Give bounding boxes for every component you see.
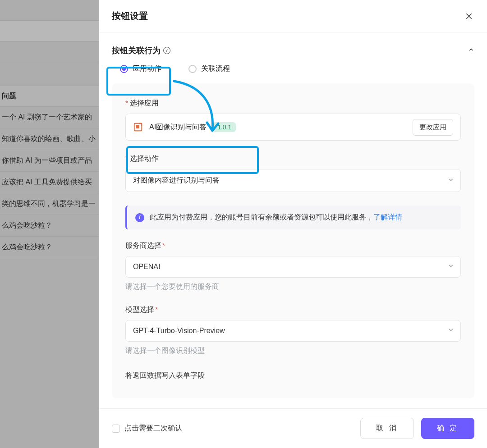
app-icon [133,122,143,132]
chevron-up-icon [468,46,474,53]
close-icon [465,12,473,20]
ok-button[interactable]: 确 定 [421,418,474,439]
next-section-label: 将返回数据写入表单字段 [125,369,461,380]
app-name: AI图像识别与问答 [149,123,207,132]
close-button[interactable] [464,11,474,22]
radio-icon [188,65,197,73]
app-field-label: *选择应用 [125,99,461,108]
model-select[interactable]: GPT-4-Turbo-Vision-Preview [125,320,461,342]
model-value: GPT-4-Turbo-Vision-Preview [133,327,225,334]
change-app-button[interactable]: 更改应用 [413,119,453,136]
provider-value: OPENAI [133,263,160,270]
model-label: 模型选择* [125,305,461,315]
paid-notice: i 此应用为付费应用，您的账号目前有余额或者资源包可以使用此服务，了解详情 [125,206,461,229]
info-icon: i [135,213,144,222]
radio-link-flow[interactable]: 关联流程 [188,64,230,73]
secondary-confirm-label: 点击需要二次确认 [124,424,182,433]
action-select-value: 对图像内容进行识别与问答 [133,176,220,184]
chevron-down-icon [448,327,454,335]
version-badge: 1.0.1 [213,122,236,132]
radio-flow-label: 关联流程 [201,64,230,73]
model-helper: 请选择一个图像识别模型 [125,346,461,356]
cancel-button[interactable]: 取 消 [360,418,413,439]
collapse-toggle[interactable] [468,46,474,55]
provider-select[interactable]: OPENAI [125,256,461,278]
config-card: *选择应用 AI图像识别与问答 1.0.1 更改应用 *选择动作 对图像 [112,83,474,398]
action-select[interactable]: 对图像内容进行识别与问答 [125,169,461,192]
selected-app-box: AI图像识别与问答 1.0.1 更改应用 [125,114,461,141]
secondary-confirm-checkbox[interactable] [112,425,120,433]
settings-panel: 按钮设置 按钮关联行为 i 应用动作 关联流程 [99,0,487,448]
chevron-down-icon [448,177,454,185]
panel-title: 按钮设置 [112,10,148,22]
radio-icon [120,65,128,73]
provider-helper: 请选择一个您要使用的服务商 [125,282,461,292]
radio-app-action[interactable]: 应用动作 [120,64,161,73]
radio-app-label: 应用动作 [133,64,161,73]
svg-rect-1 [136,125,139,128]
notice-text: 此应用为付费应用，您的账号目前有余额或者资源包可以使用此服务， [150,213,373,221]
learn-more-link[interactable]: 了解详情 [373,213,402,221]
info-icon[interactable]: i [163,47,170,54]
action-field-label: *选择动作 [125,154,461,164]
provider-label: 服务商选择* [125,241,461,251]
section-title: 按钮关联行为 i [112,45,170,56]
section-title-text: 按钮关联行为 [112,45,161,56]
chevron-down-icon [448,263,454,271]
